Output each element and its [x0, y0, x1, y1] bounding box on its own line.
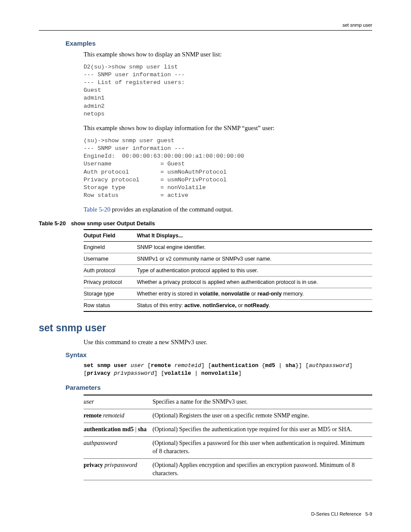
out-field: Username	[84, 253, 137, 264]
table-caption-title: show snmp user Output Details	[71, 220, 155, 227]
out-field: EngineId	[84, 241, 137, 253]
parameters-heading: Parameters	[65, 384, 372, 391]
out-field: Storage type	[84, 288, 137, 299]
page-footer: D-Series CLI Reference 5-9	[311, 511, 372, 516]
table-row: EngineIdSNMP local engine identifier.	[84, 241, 372, 253]
param-name: authpassword	[84, 436, 153, 458]
examples-heading: Examples	[65, 40, 372, 47]
example2-code: (su)->show snmp user guest --- SNMP user…	[84, 137, 372, 200]
param-name: user	[84, 395, 153, 409]
footer-doc-title: D-Series CLI Reference	[311, 511, 361, 516]
example1-intro: This example shows how to display an SNM…	[84, 50, 372, 59]
table-row: authpassword(Optional) Specifies a passw…	[84, 436, 372, 458]
out-desc: Status of this entry: active, notInServi…	[137, 299, 372, 311]
command-title: set snmp user	[39, 322, 372, 334]
param-desc: (Optional) Specifies a password for this…	[153, 436, 372, 458]
out-field: Row status	[84, 299, 137, 311]
table-caption: Table 5-20show snmp user Output Details	[39, 220, 372, 227]
table-ref-link[interactable]: Table 5-20	[84, 206, 110, 213]
footer-page-num: 5-9	[365, 511, 372, 516]
table-row: Storage typeWhether entry is stored in v…	[84, 288, 372, 299]
top-rule	[39, 30, 372, 31]
table-row: Privacy protocolWhether a privacy protoc…	[84, 276, 372, 288]
table-ref-rest: provides an explanation of the command o…	[110, 206, 233, 213]
table-row: authentication md5 | sha(Optional) Speci…	[84, 423, 372, 437]
table-row: UsernameSNMPv1 or v2 community name or S…	[84, 253, 372, 264]
param-name: authentication md5 | sha	[84, 423, 153, 437]
syntax-heading: Syntax	[65, 351, 372, 358]
table-row: Auth protocolType of authentication prot…	[84, 264, 372, 276]
param-desc: (Optional) Applies encryption and specif…	[153, 458, 372, 480]
table-row: privacy privpassword(Optional) Applies e…	[84, 458, 372, 480]
param-desc: (Optional) Registers the user on a speci…	[153, 409, 372, 423]
param-desc: Specifies a name for the SNMPv3 user.	[153, 395, 372, 409]
out-field: Auth protocol	[84, 264, 137, 276]
table-ref-line: Table 5-20 provides an explanation of th…	[84, 205, 372, 214]
out-desc: Type of authentication protocol applied …	[137, 264, 372, 276]
page-content: Examples This example shows how to displ…	[39, 40, 372, 480]
out-field: Privacy protocol	[84, 276, 137, 288]
output-details-table: Output Field What It Displays... EngineI…	[84, 229, 372, 312]
table-caption-num: Table 5-20	[39, 220, 66, 227]
table-row: remote remoteid(Optional) Registers the …	[84, 409, 372, 423]
command-intro: Use this command to create a new SNMPv3 …	[84, 338, 372, 347]
out-desc: Whether a privacy protocol is applied wh…	[137, 276, 372, 288]
example1-code: D2(su)->show snmp user list --- SNMP use…	[84, 63, 372, 118]
param-name: remote remoteid	[84, 409, 153, 423]
table-row: userSpecifies a name for the SNMPv3 user…	[84, 395, 372, 409]
running-head: set snmp user	[342, 22, 372, 28]
table-row: Row statusStatus of this entry: active, …	[84, 299, 372, 311]
out-header-field: Output Field	[84, 230, 137, 242]
out-desc: SNMPv1 or v2 community name or SNMPv3 us…	[137, 253, 372, 264]
syntax-line: set snmp user user [remote remoteid] [au…	[84, 362, 372, 378]
param-desc: (Optional) Specifies the authentication …	[153, 423, 372, 437]
param-name: privacy privpassword	[84, 458, 153, 480]
example2-intro: This example shows how to display inform…	[84, 124, 372, 133]
out-header-displays: What It Displays...	[137, 230, 372, 242]
out-desc: SNMP local engine identifier.	[137, 241, 372, 253]
parameters-table: userSpecifies a name for the SNMPv3 user…	[84, 395, 372, 480]
out-desc: Whether entry is stored in volatile, non…	[137, 288, 372, 299]
